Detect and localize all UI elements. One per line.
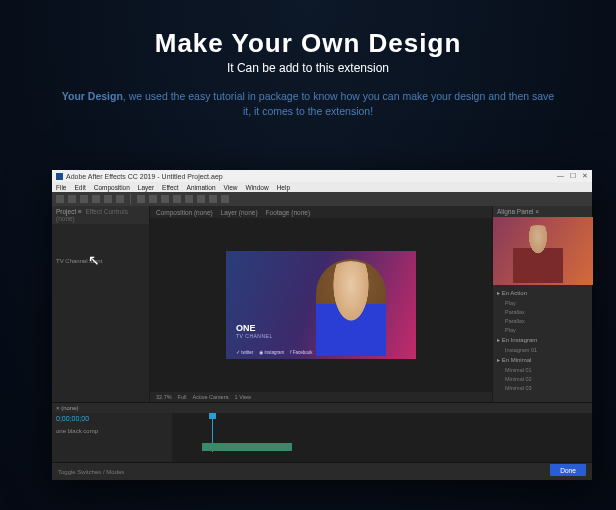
toggle-switches-button[interactable]: Toggle Switches / Modes bbox=[58, 469, 124, 475]
channel-brand: ONE bbox=[236, 323, 273, 333]
project-tab[interactable]: Project ≡ Effect Controls (none) bbox=[52, 206, 149, 224]
menu-window[interactable]: Window bbox=[246, 184, 269, 191]
hand-tool-icon[interactable] bbox=[80, 195, 88, 203]
camera-tool-icon[interactable] bbox=[116, 195, 124, 203]
page-title: Make Your Own Design bbox=[60, 28, 556, 59]
toolbar-separator bbox=[130, 194, 131, 204]
zoom-tool-icon[interactable] bbox=[92, 195, 100, 203]
asset-preview bbox=[493, 217, 593, 285]
rotate-tool-icon[interactable] bbox=[104, 195, 112, 203]
social-row: ✓ twitter ◉ instagram f Facebook bbox=[236, 350, 313, 355]
footage-tab[interactable]: Footage (none) bbox=[266, 209, 310, 216]
pen-tool-icon[interactable] bbox=[149, 195, 157, 203]
timeline-layer[interactable]: one black comp bbox=[56, 428, 168, 434]
asset-list: ▸ En Action Play Parallax Parallax Play … bbox=[493, 285, 592, 402]
presenter-graphic bbox=[316, 261, 386, 356]
asset-group[interactable]: ▸ En Minimal bbox=[497, 354, 588, 365]
timeline-panel: × (none) 0;00;00;00 one black comp Toggl… bbox=[52, 402, 592, 480]
menu-composition[interactable]: Composition bbox=[94, 184, 130, 191]
timeline-footer: Toggle Switches / Modes -0 bbox=[52, 462, 592, 480]
preview-canvas: ONE TV CHANNEL ✓ twitter ◉ instagram f F… bbox=[226, 251, 416, 359]
menu-animation[interactable]: Animation bbox=[187, 184, 216, 191]
layer-tab[interactable]: Layer (none) bbox=[221, 209, 258, 216]
after-effects-window: Adobe After Effects CC 2019 - Untitled P… bbox=[52, 170, 592, 480]
asset-item[interactable]: Parallax bbox=[497, 307, 588, 316]
menu-file[interactable]: File bbox=[56, 184, 66, 191]
page-subtitle: It Can be add to this extension bbox=[60, 61, 556, 75]
extension-tab[interactable]: Aligna Panel × bbox=[493, 206, 592, 217]
cursor-icon: ↖ bbox=[88, 252, 100, 268]
minimize-icon[interactable]: — bbox=[557, 172, 564, 180]
project-item[interactable]: TV Channel ident bbox=[56, 258, 145, 264]
selection-tool-icon[interactable] bbox=[68, 195, 76, 203]
asset-item[interactable]: Play bbox=[497, 298, 588, 307]
view-layout-dropdown[interactable]: 1 View bbox=[235, 394, 251, 400]
timeline-tab[interactable]: × (none) bbox=[52, 403, 592, 413]
roto-tool-icon[interactable] bbox=[209, 195, 217, 203]
window-controls[interactable]: — ☐ ✕ bbox=[557, 172, 588, 180]
asset-item[interactable]: Minimal 03 bbox=[497, 383, 588, 392]
puppet-tool-icon[interactable] bbox=[221, 195, 229, 203]
timecode[interactable]: 0;00;00;00 bbox=[56, 415, 168, 422]
maximize-icon[interactable]: ☐ bbox=[570, 172, 576, 180]
timeline-tracks[interactable] bbox=[172, 413, 592, 462]
project-panel: Project ≡ Effect Controls (none) ↖ TV Ch… bbox=[52, 206, 150, 402]
asset-item[interactable]: Play bbox=[497, 325, 588, 334]
camera-dropdown[interactable]: Active Camera bbox=[192, 394, 228, 400]
menu-view[interactable]: View bbox=[224, 184, 238, 191]
viewer-controls: 32.7% Full Active Camera 1 View bbox=[150, 392, 492, 402]
resolution-dropdown[interactable]: Full bbox=[178, 394, 187, 400]
eraser-tool-icon[interactable] bbox=[197, 195, 205, 203]
done-button[interactable]: Done bbox=[550, 464, 586, 476]
menu-edit[interactable]: Edit bbox=[74, 184, 85, 191]
asset-group[interactable]: ▸ En Action bbox=[497, 287, 588, 298]
asset-group[interactable]: ▸ En Instagram bbox=[497, 334, 588, 345]
asset-item[interactable]: Minimal 02 bbox=[497, 374, 588, 383]
menu-help[interactable]: Help bbox=[277, 184, 290, 191]
channel-subtext: TV CHANNEL bbox=[236, 333, 273, 339]
composition-panel: Composition (none) Layer (none) Footage … bbox=[150, 206, 492, 402]
close-icon[interactable]: ✕ bbox=[582, 172, 588, 180]
app-icon bbox=[56, 173, 63, 180]
layer-bar[interactable] bbox=[202, 443, 292, 451]
window-title: Adobe After Effects CC 2019 - Untitled P… bbox=[66, 173, 223, 180]
asset-item[interactable]: Minimal 01 bbox=[497, 365, 588, 374]
toolbar bbox=[52, 192, 592, 206]
menu-bar: File Edit Composition Layer Effect Anima… bbox=[52, 182, 592, 192]
home-icon[interactable] bbox=[56, 195, 64, 203]
extension-panel: Aligna Panel × ▸ En Action Play Parallax… bbox=[492, 206, 592, 402]
shape-tool-icon[interactable] bbox=[137, 195, 145, 203]
brush-tool-icon[interactable] bbox=[173, 195, 181, 203]
stamp-tool-icon[interactable] bbox=[185, 195, 193, 203]
composition-tab[interactable]: Composition (none) bbox=[156, 209, 213, 216]
menu-layer[interactable]: Layer bbox=[138, 184, 154, 191]
page-description: Your Design, we used the easy tutorial i… bbox=[60, 89, 556, 118]
composition-viewer[interactable]: ONE TV CHANNEL ✓ twitter ◉ instagram f F… bbox=[150, 218, 492, 392]
zoom-dropdown[interactable]: 32.7% bbox=[156, 394, 172, 400]
asset-item[interactable]: Instagram 01 bbox=[497, 345, 588, 354]
menu-effect[interactable]: Effect bbox=[162, 184, 179, 191]
preview-figure bbox=[513, 225, 563, 283]
window-titlebar: Adobe After Effects CC 2019 - Untitled P… bbox=[52, 170, 592, 182]
text-tool-icon[interactable] bbox=[161, 195, 169, 203]
asset-item[interactable]: Parallax bbox=[497, 316, 588, 325]
